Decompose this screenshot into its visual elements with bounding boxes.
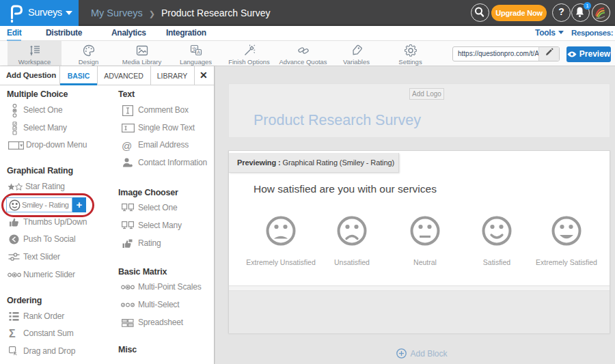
- svg-text:A: A: [197, 50, 200, 55]
